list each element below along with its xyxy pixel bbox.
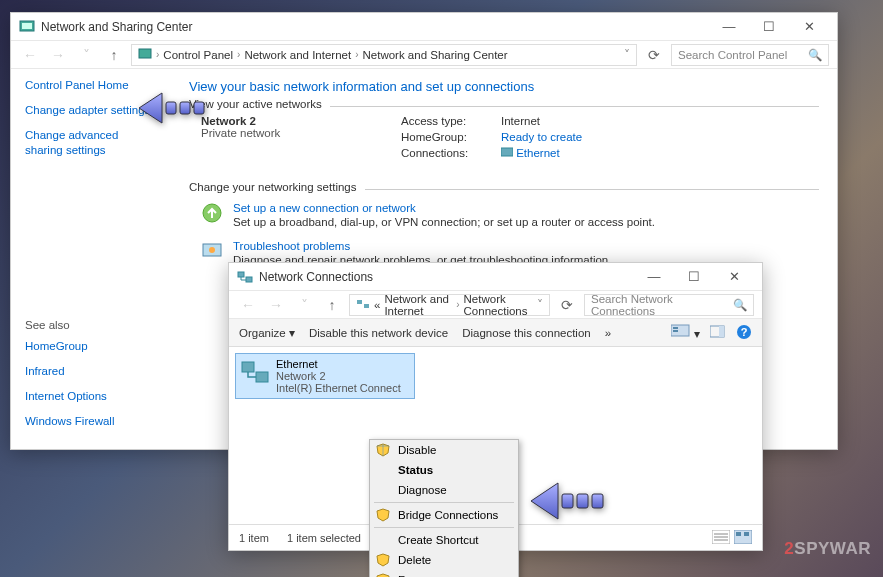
breadcrumb-item[interactable]: Network and Internet [384, 293, 452, 317]
seealso-internet-options[interactable]: Internet Options [25, 389, 157, 404]
shield-icon [376, 553, 390, 567]
breadcrumb-item[interactable]: Network and Sharing Center [362, 49, 507, 61]
context-menu: Disable Status Diagnose Bridge Connectio… [369, 439, 519, 577]
seealso-homegroup[interactable]: HomeGroup [25, 339, 157, 354]
adapter-network: Network 2 [276, 370, 401, 382]
ethernet-adapter-icon [240, 358, 270, 388]
toolbar-overflow[interactable]: » [605, 327, 611, 339]
breadcrumb[interactable]: « Network and Internet › Network Connect… [349, 294, 550, 316]
search-icon[interactable]: 🔍 [808, 48, 822, 62]
ethernet-adapter-item[interactable]: Ethernet Network 2 Intel(R) Ethernet Con… [235, 353, 415, 399]
minimize-button[interactable]: — [634, 264, 674, 290]
navbar: ← → ˅ ↑ « Network and Internet › Network… [229, 291, 762, 319]
svg-rect-12 [357, 300, 362, 304]
menu-bridge[interactable]: Bridge Connections [370, 505, 518, 525]
svg-rect-11 [246, 277, 252, 282]
back-button[interactable]: ← [237, 294, 259, 316]
window-title: Network Connections [259, 270, 373, 284]
sidebar-item-adapter-settings[interactable]: Change adapter settings [25, 103, 157, 118]
connections-link[interactable]: Ethernet [501, 147, 582, 159]
svg-rect-1 [22, 23, 32, 29]
forward-button[interactable]: → [265, 294, 287, 316]
homegroup-link[interactable]: Ready to create [501, 131, 582, 143]
seealso-windows-firewall[interactable]: Windows Firewall [25, 414, 157, 429]
maximize-button[interactable]: ☐ [749, 14, 789, 40]
control-panel-home-link[interactable]: Control Panel Home [25, 79, 157, 91]
setup-connection-icon [201, 202, 223, 224]
adapter-device: Intel(R) Ethernet Connect [276, 382, 401, 394]
menu-separator [374, 502, 514, 503]
change-settings-label: Change your networking settings [189, 181, 365, 193]
disable-device-button[interactable]: Disable this network device [309, 327, 448, 339]
troubleshoot-title: Troubleshoot problems [233, 240, 611, 252]
search-input[interactable]: Search Network Connections 🔍 [584, 294, 754, 316]
recent-dropdown[interactable]: ˅ [293, 294, 315, 316]
shield-icon [376, 508, 390, 522]
details-view-button[interactable] [712, 530, 730, 546]
preview-pane-button[interactable] [710, 325, 726, 341]
watermark: 2SPYWAR [784, 539, 871, 559]
menu-create-shortcut[interactable]: Create Shortcut [370, 530, 518, 550]
dropdown-chevron-icon[interactable]: ˅ [624, 48, 630, 62]
maximize-button[interactable]: ☐ [674, 264, 714, 290]
breadcrumb-item[interactable]: Network and Internet [244, 49, 351, 61]
shield-icon [376, 573, 390, 577]
svg-rect-21 [242, 362, 254, 372]
search-input[interactable]: Search Control Panel 🔍 [671, 44, 829, 66]
troubleshoot-icon [201, 240, 223, 262]
status-selected-count: 1 item selected [287, 532, 361, 544]
active-networks-label: View your active networks [189, 98, 330, 110]
svg-rect-10 [238, 272, 244, 277]
breadcrumb-root-icon [138, 47, 152, 63]
menu-rename[interactable]: Rename [370, 570, 518, 577]
up-button[interactable]: ↑ [321, 294, 343, 316]
help-button[interactable]: ? [736, 324, 752, 342]
refresh-button[interactable]: ⟳ [556, 294, 578, 316]
close-button[interactable]: ✕ [714, 264, 754, 290]
homegroup-label: HomeGroup: [401, 131, 491, 143]
minimize-button[interactable]: — [709, 14, 749, 40]
network-connections-window: Network Connections — ☐ ✕ ← → ˅ ↑ « Netw… [228, 262, 763, 551]
svg-rect-16 [673, 330, 678, 332]
breadcrumb-item[interactable]: Network Connections [464, 293, 533, 317]
dropdown-chevron-icon[interactable]: ˅ [537, 298, 543, 312]
titlebar[interactable]: Network Connections — ☐ ✕ [229, 263, 762, 291]
back-button[interactable]: ← [19, 44, 41, 66]
sidebar: Control Panel Home Change adapter settin… [11, 69, 171, 449]
refresh-button[interactable]: ⟳ [643, 44, 665, 66]
search-placeholder: Search Control Panel [678, 49, 787, 61]
seealso-infrared[interactable]: Infrared [25, 364, 157, 379]
breadcrumb[interactable]: › Control Panel › Network and Internet ›… [131, 44, 637, 66]
content-area[interactable]: Ethernet Network 2 Intel(R) Ethernet Con… [229, 347, 762, 524]
menu-delete[interactable]: Delete [370, 550, 518, 570]
network-name: Network 2 [201, 115, 401, 127]
access-type-label: Access type: [401, 115, 491, 127]
svg-text:?: ? [741, 326, 748, 338]
ethernet-icon [501, 147, 513, 159]
menu-separator [374, 527, 514, 528]
recent-dropdown[interactable]: ˅ [75, 44, 97, 66]
menu-disable[interactable]: Disable [370, 440, 518, 460]
svg-rect-13 [364, 304, 369, 308]
sidebar-item-advanced-sharing[interactable]: Change advanced sharing settings [25, 128, 157, 158]
menu-status[interactable]: Status [370, 460, 518, 480]
setup-connection-desc: Set up a broadband, dial-up, or VPN conn… [233, 216, 655, 228]
diagnose-button[interactable]: Diagnose this connection [462, 327, 591, 339]
up-button[interactable]: ↑ [103, 44, 125, 66]
svg-rect-22 [256, 372, 268, 382]
view-options-button[interactable]: ▾ [671, 324, 700, 341]
menu-diagnose[interactable]: Diagnose [370, 480, 518, 500]
close-button[interactable]: ✕ [789, 14, 829, 40]
svg-rect-3 [501, 148, 513, 156]
toolbar: Organize ▾ Disable this network device D… [229, 319, 762, 347]
titlebar[interactable]: Network and Sharing Center — ☐ ✕ [11, 13, 837, 41]
control-panel-icon [19, 19, 35, 35]
search-icon[interactable]: 🔍 [733, 298, 747, 312]
breadcrumb-item[interactable]: Control Panel [163, 49, 233, 61]
icons-view-button[interactable] [734, 530, 752, 546]
organize-button[interactable]: Organize ▾ [239, 326, 295, 340]
setup-connection-item[interactable]: Set up a new connection or network Set u… [189, 196, 819, 234]
breadcrumb-overflow[interactable]: « [374, 299, 380, 311]
breadcrumb-root-icon [356, 297, 370, 313]
forward-button[interactable]: → [47, 44, 69, 66]
